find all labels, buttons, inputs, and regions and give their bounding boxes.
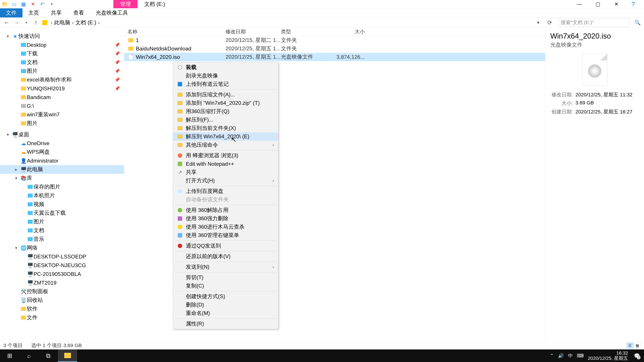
breadcrumb[interactable]: › 此电脑 › 文档 (E:) › [42, 19, 532, 26]
tree-item[interactable]: 图片📌 [0, 67, 124, 75]
context-menu-item[interactable]: 上传到有道云笔记 [173, 80, 278, 88]
chevron-icon[interactable]: ▾ [15, 176, 20, 181]
tree-item[interactable]: 视频 [0, 200, 124, 209]
tree-item[interactable]: 🛠️控制面板 [0, 287, 124, 296]
context-menu-item[interactable]: 创建快捷方式(S) [173, 292, 278, 301]
nav-back-button[interactable]: ← [3, 19, 10, 26]
keyboard-icon[interactable]: ⌨ [577, 353, 584, 359]
properties-icon[interactable]: ▭ [11, 1, 17, 7]
help-icon[interactable]: ? [626, 0, 644, 8]
chevron-icon[interactable]: ▾ [7, 34, 12, 39]
tree-item[interactable]: excel表格制作求和📌 [0, 75, 124, 84]
nav-recent-dropdown[interactable]: ▾ [23, 20, 30, 25]
column-header-name[interactable]: 名称 [128, 28, 226, 35]
nav-forward-button[interactable]: → [13, 19, 20, 26]
tree-item[interactable]: 🖥️DESKTOP-NJEU3CG [0, 261, 124, 270]
tree-item[interactable]: 本机照片 [0, 191, 124, 200]
delete-icon[interactable]: ✕ [30, 1, 36, 7]
context-menu-item[interactable]: 刻录光盘映像 [173, 71, 278, 80]
column-header-date[interactable]: 修改日期 [226, 28, 281, 35]
chevron-right-icon[interactable]: › [98, 19, 100, 26]
context-menu-item[interactable]: ↗共享 [173, 168, 278, 176]
undo-icon[interactable]: ↶ [39, 1, 45, 7]
context-menu-item[interactable]: 上传到百度网盘 [173, 187, 278, 195]
context-menu-item[interactable]: 剪切(T) [173, 273, 278, 282]
tree-item[interactable]: 下载📌 [0, 49, 124, 58]
ribbon-tab-share[interactable]: 共享 [45, 8, 68, 17]
nav-up-button[interactable]: ↑ [32, 19, 39, 26]
tree-item[interactable]: 文档📌 [0, 58, 124, 67]
context-menu-item[interactable]: 添加到 "Win7x64_2020.zip" (T) [173, 99, 278, 107]
action-center-button[interactable]: 💬 3 [632, 351, 642, 360]
tree-item[interactable]: 音乐 [0, 235, 124, 244]
breadcrumb-segment[interactable]: 此电脑 [54, 19, 70, 26]
new-folder-icon[interactable]: ▦ [20, 1, 26, 7]
tree-item[interactable]: ▾🌐网络 [0, 244, 124, 252]
tree-item[interactable]: ▾★快速访问 [0, 32, 124, 40]
context-menu-item[interactable]: 重命名(M) [173, 309, 278, 318]
tree-item[interactable]: 天翼云盘下载 [0, 209, 124, 217]
chevron-icon[interactable]: ▾ [7, 132, 12, 137]
tree-item[interactable]: 图片 [0, 217, 124, 226]
context-menu-item[interactable]: 装载 [173, 63, 278, 71]
tray-overflow-icon[interactable]: ⌃ [550, 353, 554, 359]
qat-dropdown-icon[interactable]: ▾ [49, 1, 55, 7]
context-menu-item[interactable]: 使用 360强力删除 [173, 214, 278, 223]
context-menu-item[interactable]: 使用 360管理右键菜单 [173, 231, 278, 240]
navigation-pane[interactable]: ▾★快速访问Desktop📌下载📌文档📌图片📌excel表格制作求和📌YUNQI… [0, 28, 124, 341]
tree-item[interactable]: 保存的图片 [0, 183, 124, 191]
context-menu-item[interactable]: 其他压缩命令› [173, 141, 278, 149]
tree-item[interactable]: 🖥️DESKTOP-LSSOEDP [0, 252, 124, 261]
context-menu-item[interactable]: 属性(R) [173, 320, 278, 328]
tree-item[interactable]: 文档 [0, 226, 124, 235]
tree-item[interactable]: 👤Administrator [0, 156, 124, 165]
context-menu-item[interactable]: 发送到(N)› [173, 263, 278, 271]
context-menu-item[interactable]: 使用 360解除占用 [173, 206, 278, 214]
ribbon-tab-view[interactable]: 查看 [68, 8, 90, 17]
ribbon-tab-file[interactable]: 文件 [0, 8, 22, 17]
context-menu-item[interactable]: 用360压缩打开(Q) [173, 107, 278, 116]
context-menu-item[interactable]: 打开方式(H)› [173, 176, 278, 185]
context-menu-item[interactable]: 复制(C) [173, 282, 278, 290]
chevron-right-icon[interactable]: › [72, 19, 74, 26]
tree-item[interactable]: G:\ [0, 102, 124, 110]
close-button[interactable]: ✕ [607, 0, 626, 8]
volume-icon[interactable]: 🔊 [558, 353, 564, 359]
file-row[interactable]: Win7x64_2020.iso2020/12/25, 星期五 1...光盘映像… [124, 53, 545, 61]
tree-item[interactable]: YUNQISHI2019📌 [0, 84, 124, 93]
context-menu-item[interactable]: 添加到压缩文件(A)... [173, 90, 278, 99]
tree-item[interactable]: 图片 [0, 119, 124, 128]
context-menu-item[interactable]: 解压到 Win7x64_2020\ (E) [173, 132, 278, 141]
ribbon-tab-disc-tools[interactable]: 光盘映像工具 [90, 8, 134, 17]
taskbar-search-button[interactable]: ⌕ [19, 350, 38, 362]
tree-item[interactable]: 🖥️ZMT2019 [0, 278, 124, 287]
task-view-button[interactable]: ⧉ [38, 350, 58, 362]
maximize-button[interactable]: ▢ [589, 0, 607, 8]
search-input[interactable]: 搜索"文档 (E:)" [558, 19, 629, 26]
context-menu-item[interactable]: 通过QQ发送到 [173, 242, 278, 250]
tree-item[interactable]: ☁OneDrive [0, 139, 124, 148]
tree-item[interactable]: Desktop📌 [0, 40, 124, 49]
view-thumbnails-button[interactable]: ▦ [634, 343, 641, 349]
tree-item[interactable]: 软件 [0, 305, 124, 313]
view-details-button[interactable]: ☰ [626, 343, 633, 349]
tree-item[interactable]: ▾📚库 [0, 174, 124, 183]
tree-item[interactable]: Bandicam [0, 93, 124, 102]
tree-item[interactable]: 🗑️回收站 [0, 296, 124, 305]
context-menu-item[interactable]: 用 蜂蜜浏览器 浏览(3) [173, 151, 278, 160]
context-menu-item[interactable]: Edit with Notepad++ [173, 160, 278, 168]
context-menu-item[interactable]: 还原以前的版本(V) [173, 252, 278, 261]
column-header-type[interactable]: 类型 [281, 28, 326, 35]
taskbar-clock[interactable]: 16:32 2020/12/25, 星期五 [588, 351, 628, 361]
context-menu-item[interactable]: 删除(D) [173, 301, 278, 309]
breadcrumb-segment[interactable]: 文档 (E:) [75, 19, 96, 26]
taskbar-explorer-button[interactable] [58, 350, 77, 362]
chevron-icon[interactable]: ▸ [15, 167, 20, 172]
minimize-button[interactable]: — [570, 0, 589, 8]
tree-item[interactable]: ▾🖥️桌面 [0, 130, 124, 139]
tree-item[interactable]: 🖥️PC-20190530OBLA [0, 270, 124, 278]
context-menu-item[interactable]: 解压到(F)... [173, 116, 278, 124]
chevron-right-icon[interactable]: › [51, 19, 52, 26]
ribbon-tab-home[interactable]: 主页 [22, 8, 45, 17]
tree-item[interactable]: ▸🖥️此电脑 [0, 165, 124, 174]
